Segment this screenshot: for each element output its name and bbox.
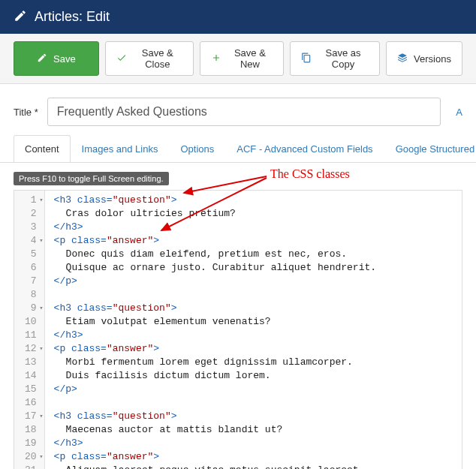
save-new-button[interactable]: Save & New xyxy=(200,41,284,76)
versions-button[interactable]: Versions xyxy=(386,41,462,76)
alias-link[interactable]: A xyxy=(456,107,462,118)
title-input[interactable] xyxy=(47,98,441,126)
line-gutter: 123456789101112131415161718192021222324 xyxy=(14,191,45,469)
tab-content[interactable]: Content xyxy=(14,135,71,163)
tab-gsd[interactable]: Google Structured D xyxy=(384,135,476,163)
check-icon xyxy=(116,53,127,65)
fullscreen-hint: Press F10 to toggle Full Screen editing. xyxy=(14,172,169,185)
toolbar: Save Save & Close Save & New Save as Cop… xyxy=(0,34,476,84)
save-new-label: Save & New xyxy=(227,47,273,70)
title-label: Title * xyxy=(14,107,38,118)
code-body[interactable]: <h3 class="question">Cras dolor ultricie… xyxy=(45,191,462,469)
save-copy-label: Save as Copy xyxy=(318,47,369,70)
save-close-button[interactable]: Save & Close xyxy=(105,41,194,76)
versions-label: Versions xyxy=(414,53,451,65)
page-title: Articles: Edit xyxy=(35,9,110,25)
save-button[interactable]: Save xyxy=(14,41,99,76)
copy-icon xyxy=(301,53,312,65)
stack-icon xyxy=(397,53,408,65)
page-header: Articles: Edit xyxy=(0,0,476,34)
save-close-label: Save & Close xyxy=(133,47,182,70)
tab-images[interactable]: Images and Links xyxy=(71,135,170,163)
plus-icon xyxy=(211,53,221,65)
tab-acf[interactable]: ACF - Advanced Custom Fields xyxy=(225,135,384,163)
code-editor[interactable]: 123456789101112131415161718192021222324 … xyxy=(14,190,462,469)
tabs: Content Images and Links Options ACF - A… xyxy=(0,135,476,163)
pencil-icon xyxy=(14,9,27,25)
editor-area: Press F10 to toggle Full Screen editing.… xyxy=(0,163,476,469)
title-row: Title * A xyxy=(0,84,476,135)
save-copy-button[interactable]: Save as Copy xyxy=(290,41,380,76)
apply-icon xyxy=(37,53,47,65)
save-label: Save xyxy=(53,53,76,65)
annotation-label: The CSS classes xyxy=(270,167,350,181)
tab-options[interactable]: Options xyxy=(169,135,225,163)
